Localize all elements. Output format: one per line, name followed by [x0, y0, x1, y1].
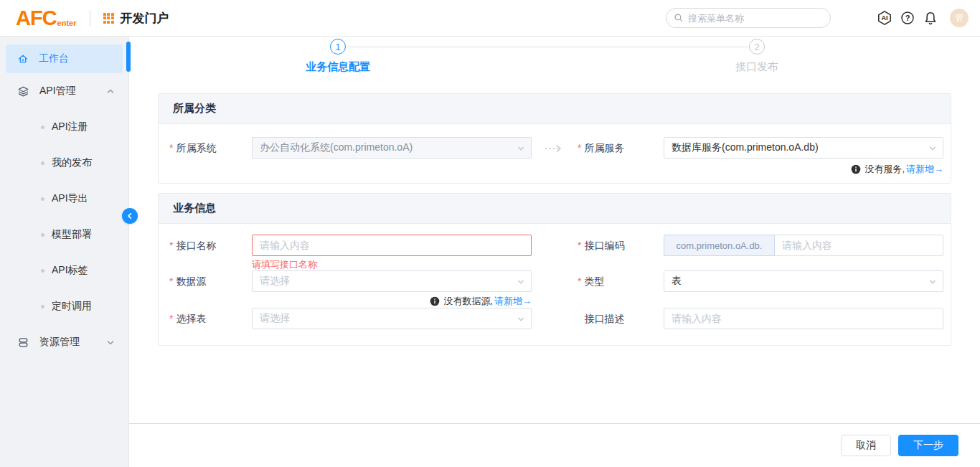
app-root: AFCenter 开发门户 AI ? 管: [0, 0, 980, 467]
chevron-down-icon: [929, 145, 936, 152]
section-category-title: 所属分类: [159, 94, 951, 124]
required-marker: *: [169, 240, 173, 251]
service-field-label: *所属服务: [578, 137, 664, 159]
bullet-icon: [41, 126, 44, 129]
sidebar-item-label: 定时调用: [52, 300, 92, 313]
bell-icon: [923, 11, 938, 25]
datasource-field-label: *数据源: [169, 270, 252, 292]
chevron-down-icon: [517, 145, 524, 152]
api-name-input[interactable]: [252, 235, 532, 256]
app-header: AFCenter 开发门户 AI ? 管: [0, 0, 980, 37]
chevron-down-icon: [517, 316, 524, 323]
table-select[interactable]: 请选择: [252, 308, 532, 329]
api-code-input[interactable]: [775, 235, 943, 256]
chevron-down-icon: [517, 278, 524, 286]
sidebar-item-api-management[interactable]: API管理: [0, 73, 128, 109]
section-category: 所属分类 *所属系统 办公自动化系统(com.primeton.oA) *所属服…: [158, 93, 951, 184]
sidebar-item-model-deploy[interactable]: 模型部署: [0, 217, 128, 253]
system-select[interactable]: 办公自动化系统(com.primeton.oA): [252, 137, 532, 159]
search-icon: [674, 13, 684, 23]
service-select[interactable]: 数据库服务(com.primeton.oA.db): [664, 137, 943, 159]
type-select[interactable]: 表: [664, 270, 943, 292]
datasource-hint: 没有数据源, 请新增→: [252, 295, 532, 308]
sidebar-item-label: API导出: [52, 192, 88, 205]
menu-search[interactable]: [666, 8, 831, 28]
ai-hexagon-icon: [877, 10, 892, 26]
server-icon: [17, 336, 29, 349]
ai-assistant-button[interactable]: AI: [874, 7, 895, 29]
section-business: 业务信息 *接口名称 请填写接口名称 *接口编码 com.primeton.oA…: [158, 193, 951, 346]
description-input[interactable]: [664, 308, 943, 329]
apps-grid-icon: [103, 13, 114, 24]
help-button[interactable]: ?: [897, 7, 918, 29]
sidebar-item-api-register[interactable]: API注册: [0, 109, 128, 145]
sidebar: 工作台 API管理 API注册 我的发布 API导出 模型部署 API标签 定时…: [0, 37, 129, 467]
sidebar-item-label: 我的发布: [52, 156, 92, 169]
step-1-circle: 1: [330, 39, 346, 55]
type-field-label: *类型: [578, 270, 664, 292]
description-field-label: *接口描述: [578, 308, 664, 329]
sidebar-item-workbench[interactable]: 工作台: [6, 44, 123, 73]
required-marker: *: [169, 313, 173, 324]
wizard-stepper: 1 2 业务信息配置 接口发布: [129, 39, 980, 76]
brand-logo: AFCenter: [16, 8, 77, 29]
bullet-icon: [41, 269, 44, 273]
bullet-icon: [41, 197, 44, 201]
sidebar-item-api-export[interactable]: API导出: [0, 181, 128, 217]
sidebar-collapse-button[interactable]: [122, 208, 138, 224]
header-divider: [90, 10, 90, 26]
stepper-connector: [347, 47, 748, 47]
sidebar-item-label: 资源管理: [39, 336, 80, 349]
system-field-label: *所属系统: [169, 137, 252, 159]
required-marker: *: [169, 142, 173, 154]
sidebar-item-resource-management[interactable]: 资源管理: [0, 324, 128, 360]
api-code-prefix: com.primeton.oA.db.: [664, 235, 775, 256]
api-code-field-label: *接口编码: [578, 235, 664, 256]
api-code-group: com.primeton.oA.db.: [664, 235, 943, 256]
brand-logo-text: AFC: [16, 8, 57, 29]
sidebar-item-my-releases[interactable]: 我的发布: [0, 145, 128, 181]
table-field-label: *选择表: [169, 308, 252, 329]
info-icon: [851, 164, 861, 174]
chevron-up-icon: [107, 89, 114, 94]
next-step-button[interactable]: 下一步: [898, 435, 958, 456]
sidebar-item-label: 模型部署: [52, 228, 92, 241]
cancel-button[interactable]: 取消: [841, 435, 891, 456]
sidebar-item-label: API注册: [52, 121, 88, 133]
notifications-button[interactable]: [920, 7, 941, 29]
step-2-label: 接口发布: [735, 60, 778, 74]
chevron-down-icon: [107, 340, 114, 345]
step-1-label: 业务信息配置: [306, 60, 370, 74]
add-service-link[interactable]: 请新增→: [906, 163, 943, 176]
service-hint: 没有服务, 请新增→: [664, 163, 943, 176]
portal-title: 开发门户: [121, 10, 169, 27]
required-marker: *: [169, 275, 173, 287]
sidebar-item-api-tags[interactable]: API标签: [0, 253, 128, 288]
bullet-icon: [41, 233, 44, 237]
search-input[interactable]: [688, 13, 823, 24]
datasource-select[interactable]: 请选择: [252, 270, 532, 292]
info-icon: [430, 296, 440, 306]
portal-switcher[interactable]: 开发门户: [103, 10, 169, 27]
required-marker: *: [578, 240, 581, 251]
home-icon: [17, 53, 29, 65]
sidebar-item-label: API标签: [52, 264, 88, 277]
required-marker: *: [578, 142, 581, 154]
api-name-error: 请填写接口名称: [252, 258, 532, 270]
step-2-circle: 2: [749, 39, 765, 55]
required-marker: *: [578, 275, 581, 287]
bullet-icon: [41, 305, 44, 308]
sidebar-item-label: 工作台: [39, 52, 69, 65]
user-avatar[interactable]: 管: [950, 9, 969, 27]
chevron-down-icon: [929, 278, 936, 286]
add-datasource-link[interactable]: 请新增→: [494, 295, 532, 308]
chevron-left-icon: [126, 212, 133, 220]
sidebar-item-label: API管理: [39, 85, 76, 98]
api-name-field-label: *接口名称: [169, 235, 252, 256]
section-business-title: 业务信息: [159, 194, 951, 224]
main-content: 1 2 业务信息配置 接口发布 所属分类 *所属系统 办公自动化系统(com.p…: [129, 37, 980, 467]
sidebar-item-scheduled-call[interactable]: 定时调用: [0, 288, 128, 324]
footer-action-bar: 取消 下一步: [129, 423, 980, 467]
layers-icon: [17, 85, 29, 98]
content-scrollbar-thumb[interactable]: [126, 42, 131, 72]
